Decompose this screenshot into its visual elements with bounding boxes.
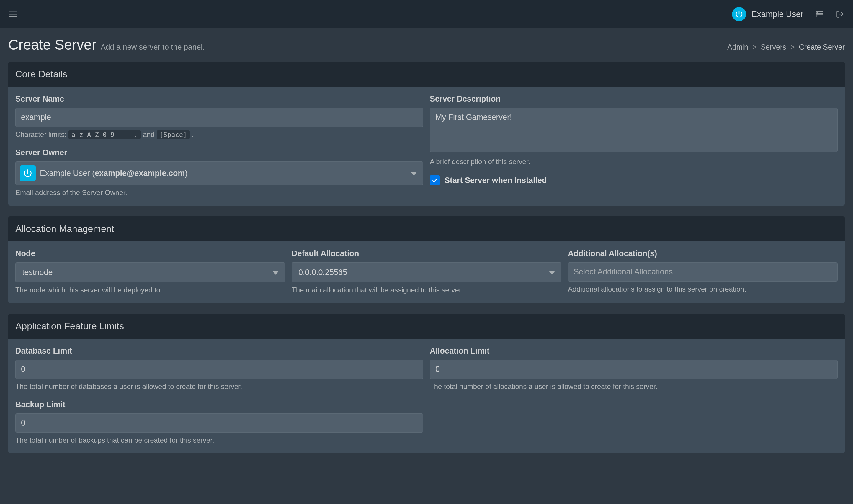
- svg-rect-3: [816, 12, 823, 14]
- svg-rect-0: [9, 12, 17, 12]
- allocation-limit-help: The total number of allocations a user i…: [430, 382, 838, 391]
- svg-rect-1: [9, 14, 17, 15]
- additional-alloc-input[interactable]: [568, 262, 838, 282]
- server-description-input[interactable]: [430, 108, 838, 152]
- logout-icon[interactable]: [836, 10, 844, 18]
- server-owner-value: Example User (example@example.com): [40, 169, 188, 178]
- server-name-input[interactable]: [15, 108, 423, 127]
- chevron-down-icon: [273, 268, 279, 277]
- page-subtitle: Add a new server to the panel.: [101, 42, 205, 52]
- database-limit-help: The total number of databases a user is …: [15, 382, 423, 391]
- chevron-down-icon: [549, 268, 555, 277]
- breadcrumb-servers[interactable]: Servers: [761, 43, 786, 51]
- backup-limit-input[interactable]: [15, 413, 423, 433]
- breadcrumb: Admin > Servers > Create Server: [727, 43, 845, 51]
- svg-marker-8: [411, 172, 417, 176]
- default-alloc-label: Default Allocation: [291, 249, 562, 258]
- svg-point-5: [817, 12, 818, 13]
- node-label: Node: [15, 249, 285, 258]
- chevron-down-icon: [411, 168, 417, 178]
- default-alloc-select[interactable]: 0.0.0.0:25565: [291, 262, 562, 282]
- server-description-help: A brief description of this server.: [430, 158, 838, 166]
- topbar: Example User: [0, 0, 853, 28]
- additional-alloc-label: Additional Allocation(s): [568, 249, 838, 258]
- breadcrumb-admin[interactable]: Admin: [727, 43, 748, 51]
- breadcrumb-current: Create Server: [799, 43, 845, 51]
- server-owner-select[interactable]: Example User (example@example.com): [15, 161, 423, 185]
- menu-icon[interactable]: [9, 10, 18, 18]
- node-help: The node which this server will be deplo…: [15, 286, 285, 294]
- node-select[interactable]: testnode: [15, 262, 285, 282]
- backup-limit-label: Backup Limit: [15, 400, 423, 409]
- allocation-limit-label: Allocation Limit: [430, 346, 838, 356]
- backup-limit-help: The total number of backups that can be …: [15, 436, 423, 444]
- server-name-label: Server Name: [15, 94, 423, 104]
- core-details-panel: Core Details Server Name Character limit…: [8, 62, 845, 206]
- page-title: Create Server: [8, 37, 96, 53]
- power-icon: [20, 165, 36, 181]
- avatar: [732, 7, 746, 21]
- database-limit-input[interactable]: [15, 360, 423, 379]
- chevron-right-icon: >: [752, 43, 757, 51]
- node-value: testnode: [22, 268, 53, 277]
- additional-alloc-help: Additional allocations to assign to this…: [568, 285, 838, 293]
- feature-limits-panel: Application Feature Limits Database Limi…: [8, 314, 845, 453]
- user-name-label: Example User: [751, 10, 803, 19]
- svg-rect-2: [9, 16, 17, 17]
- panel-header: Core Details: [8, 62, 845, 87]
- allocation-panel: Allocation Management Node testnode The …: [8, 216, 845, 303]
- start-server-checkbox[interactable]: [430, 175, 440, 185]
- server-owner-help: Email address of the Server Owner.: [15, 188, 423, 197]
- panel-header: Application Feature Limits: [8, 314, 845, 339]
- default-alloc-value: 0.0.0.0:25565: [298, 268, 347, 277]
- server-description-label: Server Description: [430, 94, 838, 104]
- servers-icon[interactable]: [815, 10, 824, 18]
- user-menu[interactable]: Example User: [732, 7, 803, 21]
- database-limit-label: Database Limit: [15, 346, 423, 356]
- subheader: Create Server Add a new server to the pa…: [0, 28, 853, 58]
- svg-point-6: [817, 16, 818, 16]
- server-owner-label: Server Owner: [15, 148, 423, 157]
- svg-rect-4: [816, 15, 823, 17]
- server-name-help: Character limits: a-z A-Z 0-9 _ - . and …: [15, 130, 423, 139]
- start-server-label: Start Server when Installed: [445, 176, 547, 185]
- allocation-limit-input[interactable]: [430, 360, 838, 379]
- chevron-right-icon: >: [790, 43, 795, 51]
- svg-marker-9: [273, 271, 279, 275]
- panel-header: Allocation Management: [8, 216, 845, 241]
- default-alloc-help: The main allocation that will be assigne…: [291, 286, 562, 294]
- svg-marker-10: [549, 271, 555, 275]
